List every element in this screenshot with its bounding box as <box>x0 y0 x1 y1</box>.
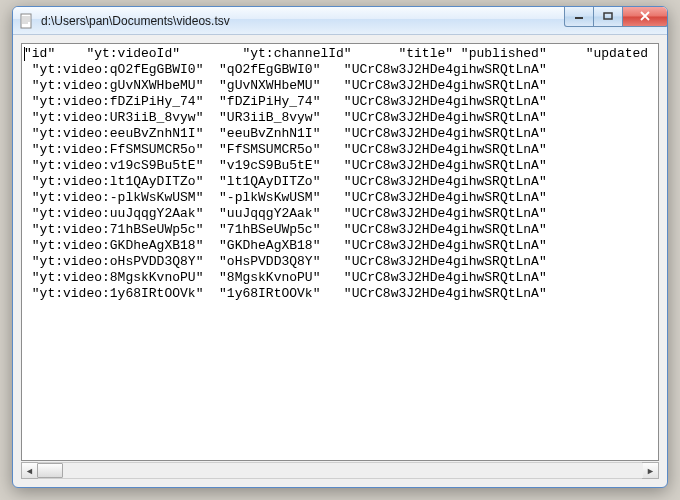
data-row: "yt:video:UR3iiB_8vyw" "UR3iiB_8vyw" "UC… <box>24 110 658 126</box>
data-row: "yt:video:1y68IRtOOVk" "1y68IRtOOVk" "UC… <box>24 286 658 302</box>
data-row: "yt:video:uuJqqgY2Aak" "uuJqqgY2Aak" "UC… <box>24 206 658 222</box>
data-row: "yt:video:qO2fEgGBWI0" "qO2fEgGBWI0" "UC… <box>24 62 658 78</box>
text-viewport[interactable]: "id" "yt:videoId" "yt:channelId" "title"… <box>21 43 659 461</box>
header-row: "id" "yt:videoId" "yt:channelId" "title"… <box>24 46 658 62</box>
minimize-button[interactable] <box>564 7 594 27</box>
data-row: "yt:video:oHsPVDD3Q8Y" "oHsPVDD3Q8Y" "UC… <box>24 254 658 270</box>
close-button[interactable] <box>622 7 668 27</box>
data-row: "yt:video:fDZiPiHy_74" "fDZiPiHy_74" "UC… <box>24 94 658 110</box>
triangle-right-icon: ► <box>646 466 655 476</box>
data-row: "yt:video:lt1QAyDITZo" "lt1QAyDITZo" "UC… <box>24 174 658 190</box>
close-icon <box>639 11 651 21</box>
scroll-left-button[interactable]: ◄ <box>21 462 38 479</box>
app-icon <box>19 13 35 29</box>
horizontal-scrollbar[interactable]: ◄ ► <box>21 462 659 479</box>
scroll-track[interactable] <box>37 463 643 478</box>
maximize-button[interactable] <box>593 7 623 27</box>
data-row: "yt:video:FfSMSUMCR5o" "FfSMSUMCR5o" "UC… <box>24 142 658 158</box>
window-title: d:\Users\pan\Documents\videos.tsv <box>41 14 565 28</box>
data-row: "yt:video:71hBSeUWp5c" "71hBSeUWp5c" "UC… <box>24 222 658 238</box>
triangle-left-icon: ◄ <box>25 466 34 476</box>
text-caret <box>24 47 25 61</box>
maximize-icon <box>603 12 613 20</box>
scroll-right-button[interactable]: ► <box>642 462 659 479</box>
minimize-icon <box>574 12 584 20</box>
titlebar[interactable]: d:\Users\pan\Documents\videos.tsv <box>13 7 667 35</box>
app-window: d:\Users\pan\Documents\videos.tsv "id" "… <box>12 6 668 488</box>
data-row: "yt:video:eeuBvZnhN1I" "eeuBvZnhN1I" "UC… <box>24 126 658 142</box>
data-row: "yt:video:v19cS9Bu5tE" "v19cS9Bu5tE" "UC… <box>24 158 658 174</box>
svg-rect-2 <box>604 13 612 19</box>
window-controls <box>565 7 668 27</box>
data-row: "yt:video:-plkWsKwUSM" "-plkWsKwUSM" "UC… <box>24 190 658 206</box>
text-content[interactable]: "id" "yt:videoId" "yt:channelId" "title"… <box>22 44 658 460</box>
data-row: "yt:video:GKDheAgXB18" "GKDheAgXB18" "UC… <box>24 238 658 254</box>
data-row: "yt:video:8MgskKvnoPU" "8MgskKvnoPU" "UC… <box>24 270 658 286</box>
svg-rect-1 <box>575 17 583 19</box>
data-row: "yt:video:gUvNXWHbeMU" "gUvNXWHbeMU" "UC… <box>24 78 658 94</box>
scroll-thumb[interactable] <box>37 463 63 478</box>
